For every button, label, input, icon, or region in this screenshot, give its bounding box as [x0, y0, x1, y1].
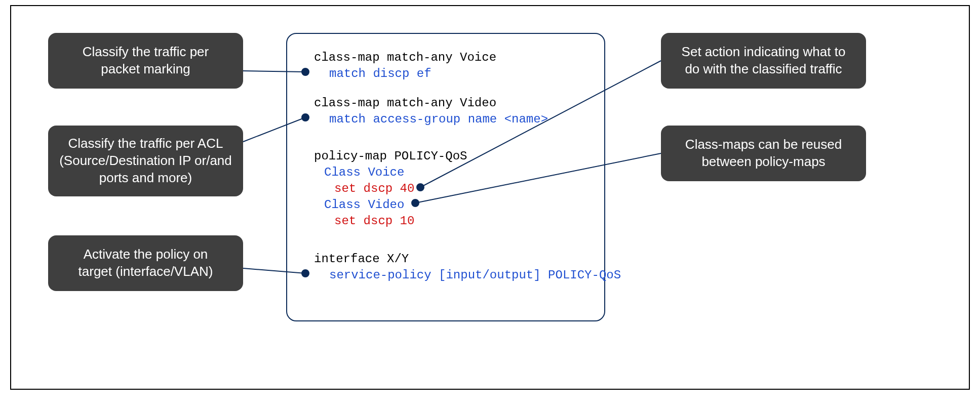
callout-classify-marking: Classify the traffic perpacket marking	[48, 33, 243, 89]
code-line: match discp ef	[329, 67, 432, 80]
code-line: service-policy [input/output] POLICY-QoS	[329, 268, 621, 282]
code-line: set dscp 40	[334, 182, 414, 195]
diagram-frame: Classify the traffic perpacket marking C…	[0, 0, 980, 410]
code-line: Class Video	[324, 198, 404, 212]
callout-text: Classify the traffic per ACL(Source/Dest…	[59, 135, 232, 186]
code-line: class-map match-any Video	[314, 96, 496, 110]
callout-set-action: Set action indicating what todo with the…	[661, 33, 866, 89]
callout-text: Class-maps can be reusedbetween policy-m…	[685, 136, 842, 171]
code-line: policy-map POLICY-QoS	[314, 149, 467, 163]
callout-activate-policy: Activate the policy ontarget (interface/…	[48, 235, 243, 291]
callout-text: Classify the traffic perpacket marking	[83, 44, 209, 78]
callout-classify-acl: Classify the traffic per ACL(Source/Dest…	[48, 126, 243, 196]
callout-reuse-classmaps: Class-maps can be reusedbetween policy-m…	[661, 126, 866, 181]
code-line: class-map match-any Voice	[314, 51, 496, 64]
callout-text: Activate the policy ontarget (interface/…	[79, 246, 213, 280]
code-line: set dscp 10	[334, 214, 414, 228]
code-line: interface X/Y	[314, 252, 409, 266]
code-line: match access-group name <name>	[329, 112, 548, 126]
code-line: Class Voice	[324, 166, 404, 179]
callout-text: Set action indicating what todo with the…	[682, 44, 846, 78]
